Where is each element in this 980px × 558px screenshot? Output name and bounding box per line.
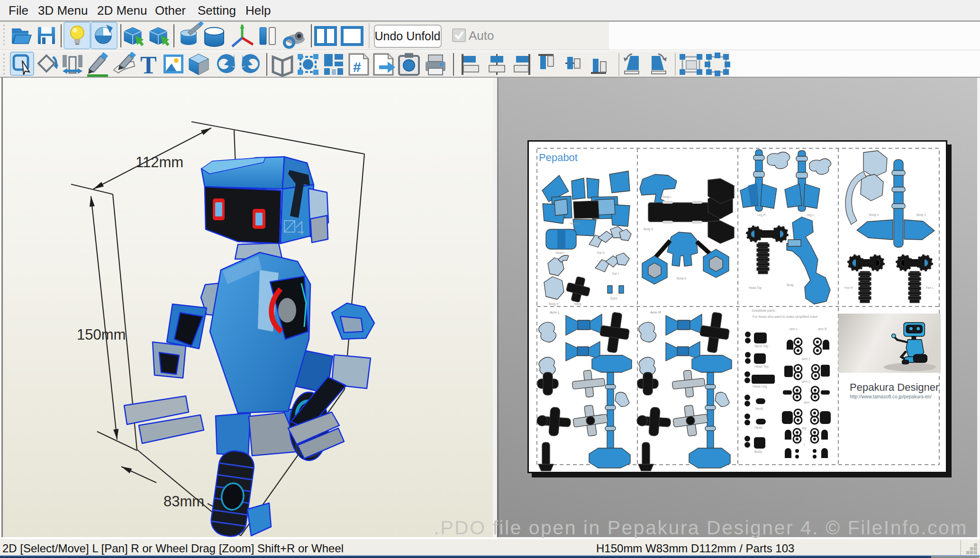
svg-text:Head Top: Head Top xyxy=(749,286,762,290)
svg-text:T: T xyxy=(140,52,157,77)
svg-text:Head h: Head h xyxy=(570,222,580,225)
svg-text:Arm R: Arm R xyxy=(650,310,661,315)
svg-text:leg: leg xyxy=(802,426,806,430)
svg-text:Auto: Auto xyxy=(469,28,494,43)
svg-text:Leg L: Leg L xyxy=(807,213,815,217)
svg-text:Head r: Head r xyxy=(555,251,565,254)
svg-text:Arm L: Arm L xyxy=(550,310,560,315)
svg-text:t: t xyxy=(804,443,805,446)
svg-text:Head: Head xyxy=(754,426,762,429)
svg-text:arm L: arm L xyxy=(789,327,798,331)
svg-text:#: # xyxy=(353,59,361,75)
svg-text:Pepakura Designer: Pepakura Designer xyxy=(850,381,939,393)
svg-text:arm R: arm R xyxy=(818,327,827,331)
svg-text:Neck Top: Neck Top xyxy=(754,344,768,348)
svg-text:Body: Body xyxy=(754,450,762,454)
svg-text:Undo Unfold: Undo Unfold xyxy=(375,29,441,43)
svg-text:Body h: Body h xyxy=(549,302,559,306)
svg-text:arm 2: arm 2 xyxy=(802,380,810,383)
svg-text:Fee L: Fee L xyxy=(926,286,934,289)
svg-text:Head Leg: Head Leg xyxy=(753,385,767,388)
svg-text:Ear b: Ear b xyxy=(597,251,605,254)
svg-text:Body r: Body r xyxy=(662,195,672,199)
svg-text:Body 2: Body 2 xyxy=(916,213,926,217)
svg-text:Neck: Neck xyxy=(574,302,582,306)
svg-text:Fee R: Fee R xyxy=(844,286,853,289)
svg-text:Leg R: Leg R xyxy=(757,213,766,217)
svg-text:Body d: Body d xyxy=(644,227,653,231)
svg-text:For those who want to make sim: For those who want to make simplified ro… xyxy=(753,315,817,319)
svg-text:150mm: 150mm xyxy=(77,326,126,343)
svg-text:Substitute parts:: Substitute parts: xyxy=(752,309,776,313)
svg-text:Body h: Body h xyxy=(869,213,879,217)
svg-text:Body b: Body b xyxy=(677,277,687,280)
svg-text:Head Top: Head Top xyxy=(754,365,769,369)
svg-text:Eyes: Eyes xyxy=(610,297,617,300)
svg-text:83mm: 83mm xyxy=(163,493,204,510)
svg-text:arm: arm xyxy=(804,401,809,404)
svg-text:Neck: Neck xyxy=(755,407,763,410)
svg-text:Pepabot: Pepabot xyxy=(539,152,578,163)
svg-text:arm 1: arm 1 xyxy=(802,357,810,360)
svg-text:Body: Body xyxy=(787,283,794,287)
svg-text:http://www.tamasoft.co.jp/pepa: http://www.tamasoft.co.jp/pepakura-en/ xyxy=(850,394,932,399)
svg-text:112mm: 112mm xyxy=(136,154,183,171)
svg-text:Ear t: Ear t xyxy=(612,272,619,275)
